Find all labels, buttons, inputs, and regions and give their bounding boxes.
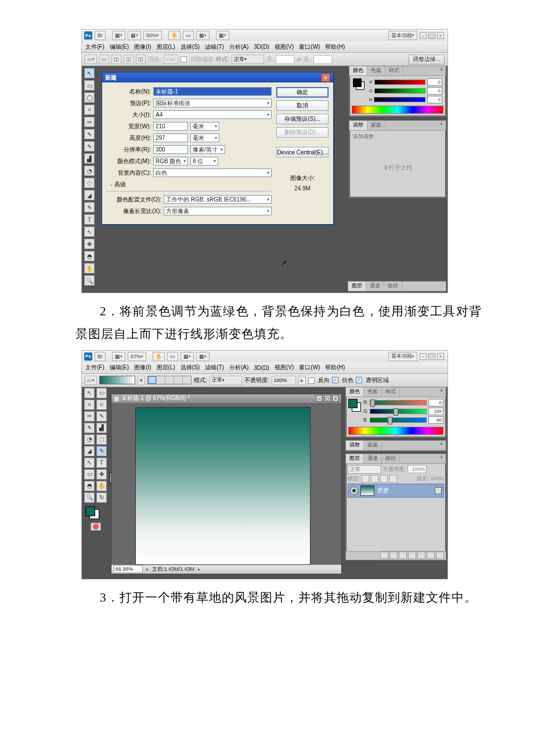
lasso-tool-icon[interactable]: ◯	[84, 92, 95, 103]
marquee-variant-3[interactable]: ◫	[124, 55, 134, 64]
opacity-arrow-icon[interactable]: ▸	[298, 376, 306, 385]
tab-layers[interactable]: 图层	[348, 282, 366, 291]
minimize-icon[interactable]: –	[420, 353, 427, 360]
menu-select[interactable]: 选择(S)	[181, 43, 200, 51]
anti-alias-checkbox[interactable]	[181, 56, 188, 63]
fill-value[interactable]: 100%	[431, 476, 444, 481]
tab-adjust[interactable]: 调整	[349, 121, 367, 130]
layer-row-background[interactable]: 背景	[348, 484, 444, 498]
color-spectrum[interactable]	[348, 427, 443, 435]
menu-image[interactable]: 图像(I)	[134, 43, 151, 51]
menu-3d[interactable]: 3D(D)	[254, 365, 269, 371]
3d-orbit-icon[interactable]: ✋	[96, 481, 107, 491]
r-slider[interactable]	[370, 400, 427, 405]
document-title-bar[interactable]: ▦ 未标题-1 @ 67%(RGB/8) * – ▢ ×	[111, 394, 341, 403]
menu-file[interactable]: 文件(F)	[85, 363, 104, 372]
b-value[interactable]: 0	[427, 96, 442, 103]
lock-position-icon[interactable]	[380, 475, 388, 483]
tab-channels[interactable]: 通道	[366, 282, 384, 291]
delete-preset-button[interactable]: 删除预设(D)...	[276, 127, 329, 138]
3d-tool-icon[interactable]: ◓	[84, 251, 95, 261]
transparency-checkbox[interactable]	[356, 377, 363, 384]
device-central-button[interactable]: Device Central(E)...	[276, 147, 329, 157]
maximize-icon[interactable]: ▢	[428, 32, 435, 39]
name-input[interactable]: 未标题-1	[153, 87, 272, 96]
arrange-docs[interactable]: ▦	[112, 352, 125, 361]
menu-image[interactable]: 图像(I)	[134, 363, 151, 372]
g-slider[interactable]	[374, 88, 425, 93]
tab-styles[interactable]: 样式	[382, 387, 400, 397]
maximize-icon[interactable]: ▢	[428, 353, 435, 360]
status-menu-icon[interactable]: ▸	[198, 567, 200, 572]
menu-layer[interactable]: 图层(L)	[157, 363, 175, 372]
swap-icon[interactable]: ⇄	[297, 56, 301, 63]
crop-tool-icon[interactable]: ✂	[84, 411, 95, 422]
view-extra-1[interactable]: ▭	[183, 31, 194, 40]
lasso-tool-icon[interactable]: ⌗	[84, 399, 95, 410]
eyedropper-tool-icon[interactable]: ✂	[84, 117, 95, 127]
marquee-tool-icon[interactable]: ▭	[96, 388, 107, 398]
bridge-button[interactable]: Br	[95, 31, 106, 40]
tab-adjust[interactable]: 调整	[346, 441, 364, 450]
gradient-tool-icon[interactable]: ✎	[96, 446, 107, 456]
view-extra-3[interactable]: ▦	[196, 352, 210, 361]
healing-tool-icon[interactable]: ✎	[84, 423, 95, 433]
b-slider[interactable]	[374, 97, 425, 102]
panel-menu-icon[interactable]: ≡	[438, 441, 446, 450]
marquee-tool-icon[interactable]: ▭	[84, 80, 95, 91]
zoom-tool-icon[interactable]: ↻	[96, 492, 107, 503]
ok-button[interactable]: 确定	[276, 87, 329, 98]
mode-select[interactable]: 正常	[210, 376, 242, 385]
b-slider[interactable]	[370, 417, 427, 423]
size-select[interactable]: A4	[153, 110, 272, 119]
zoom-level[interactable]: 50%	[143, 31, 162, 40]
arrange-docs[interactable]: ▦	[112, 31, 125, 40]
color-spectrum[interactable]	[352, 106, 443, 114]
bg-contents-select[interactable]: 白色	[153, 168, 272, 177]
layer-fx-icon[interactable]	[389, 552, 398, 559]
healing-tool-icon[interactable]: ✎	[84, 129, 95, 139]
menu-layer[interactable]: 图层(L)	[157, 43, 175, 51]
preset-select[interactable]: 国际标准纸张	[153, 99, 272, 107]
menu-file[interactable]: 文件(F)	[85, 43, 104, 51]
shape-tool-icon[interactable]: ✥	[84, 239, 95, 249]
diamond-gradient-icon[interactable]	[182, 376, 191, 384]
3d-rotate-icon[interactable]: ◓	[84, 481, 95, 491]
color-mode-select[interactable]: RGB 颜色	[153, 157, 188, 165]
menu-filter[interactable]: 滤镜(T)	[205, 363, 224, 372]
doc-minimize-icon[interactable]: –	[316, 395, 323, 402]
resolution-input[interactable]: 300	[153, 145, 188, 154]
pixel-aspect-select[interactable]: 方形像素	[164, 207, 272, 215]
tab-paths[interactable]: 路径	[384, 282, 402, 291]
visibility-eye-icon[interactable]	[350, 487, 358, 495]
b-value[interactable]: 80	[428, 416, 443, 424]
history-brush-icon[interactable]: ◌	[96, 434, 107, 445]
gradient-picker-arrow[interactable]: ▾	[138, 376, 145, 385]
new-layer-icon[interactable]	[427, 552, 435, 559]
trash-icon[interactable]	[436, 552, 444, 559]
tab-channels[interactable]: 通道	[364, 454, 382, 463]
minimize-icon[interactable]: –	[420, 32, 427, 39]
hand-tool-shortcut[interactable]: ✋	[168, 31, 181, 40]
g-slider[interactable]	[370, 409, 427, 414]
refine-edge-button[interactable]: 调整边缘...	[409, 55, 445, 64]
tool-preset[interactable]: ▭	[85, 376, 97, 385]
menu-3d[interactable]: 3D(D)	[254, 44, 269, 50]
tab-swatches[interactable]: 色板	[364, 387, 382, 397]
foreground-swatch[interactable]	[348, 399, 358, 408]
layer-mask-icon[interactable]	[399, 552, 407, 559]
marquee-variant-2[interactable]: ◫	[111, 55, 121, 64]
opacity-input[interactable]: 100%	[272, 376, 296, 385]
bridge-button[interactable]: Br	[95, 352, 106, 361]
history-brush-icon[interactable]: ◔	[84, 165, 95, 176]
zoom-level[interactable]: 67%	[128, 352, 146, 361]
menu-analysis[interactable]: 分析(A)	[229, 43, 248, 51]
bits-select[interactable]: 8 位	[190, 157, 218, 165]
g-value[interactable]: 0	[427, 87, 442, 95]
menu-view[interactable]: 视图(V)	[275, 43, 294, 51]
blur-tool-icon[interactable]: ↖	[84, 458, 95, 468]
quick-mask-icon[interactable]	[91, 523, 101, 531]
tool-preset[interactable]: ▭	[85, 55, 97, 64]
doc-height-input[interactable]: 297	[153, 134, 188, 142]
gradient-tool-icon[interactable]: ◢	[84, 190, 95, 200]
